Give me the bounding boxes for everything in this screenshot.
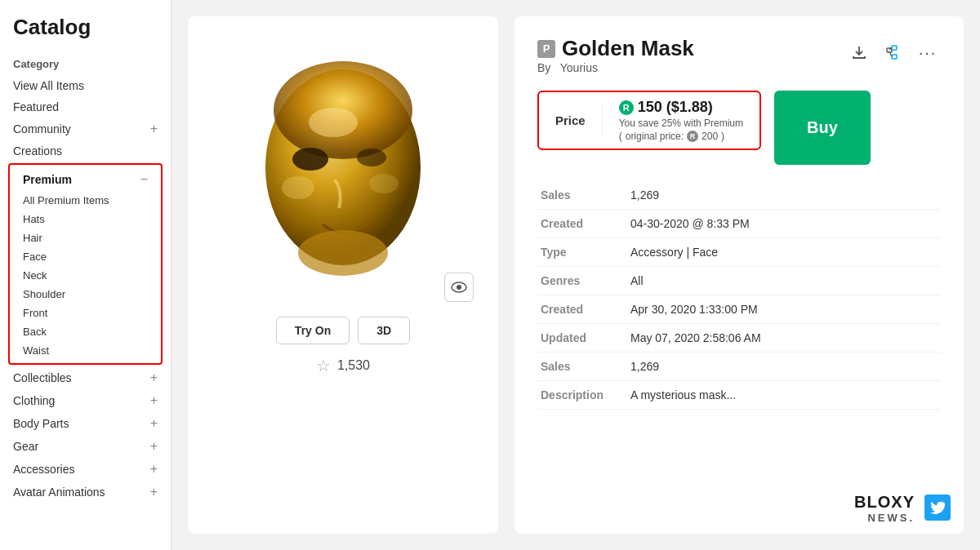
- sidebar-item-featured[interactable]: Featured: [0, 96, 171, 118]
- sidebar-item-gear[interactable]: Gear +: [0, 435, 171, 458]
- eye-icon: [451, 282, 467, 293]
- plus-icon: +: [150, 485, 158, 499]
- svg-point-5: [369, 174, 399, 193]
- detail-label: Sales: [537, 181, 627, 210]
- premium-badge: P: [537, 40, 555, 58]
- sidebar-item-community[interactable]: Community +: [0, 118, 171, 140]
- price-main: R 150 ($1.88): [619, 99, 743, 116]
- svg-point-3: [357, 149, 386, 166]
- share-icon: [884, 43, 902, 61]
- sidebar: Catalog Category View All Items Featured…: [0, 0, 172, 550]
- by-line: By Yourius: [537, 61, 694, 74]
- svg-point-4: [282, 176, 314, 199]
- download-icon: [850, 43, 868, 61]
- download-icon-button[interactable]: [846, 39, 872, 65]
- table-row: Sales1,269: [537, 353, 941, 381]
- sidebar-item-avatar-animations[interactable]: Avatar Animations +: [0, 481, 171, 503]
- table-row: GenresAll: [537, 267, 941, 295]
- view-icon-button[interactable]: [444, 273, 474, 302]
- detail-label: Type: [537, 238, 627, 267]
- rating-count: 1,530: [337, 358, 370, 373]
- svg-point-2: [292, 148, 328, 171]
- product-actions: Try On 3D: [276, 317, 410, 344]
- bloxy-branding: BLOXY NEWS.: [854, 493, 915, 524]
- bloxy-name: BLOXY: [854, 493, 915, 512]
- detail-value: 1,269: [627, 181, 941, 210]
- sidebar-item-accessories[interactable]: Accessories +: [0, 458, 171, 481]
- price-save-text: You save 25% with Premium: [619, 118, 743, 129]
- svg-rect-11: [892, 46, 897, 50]
- try-on-button[interactable]: Try On: [276, 317, 350, 344]
- detail-value: 04-30-2020 @ 8:33 PM: [627, 210, 941, 238]
- detail-value: All: [627, 267, 941, 295]
- sidebar-subitem-waist[interactable]: Waist: [10, 341, 161, 360]
- sidebar-subitem-hats[interactable]: Hats: [10, 210, 161, 228]
- svg-point-7: [309, 108, 358, 137]
- sidebar-item-body-parts[interactable]: Body Parts +: [0, 412, 171, 435]
- table-row: DescriptionA mysterious mask...: [537, 381, 941, 410]
- sidebar-subitem-back[interactable]: Back: [10, 322, 161, 341]
- sidebar-subitem-hair[interactable]: Hair: [10, 228, 161, 247]
- plus-icon: +: [150, 462, 158, 477]
- sidebar-subitem-front[interactable]: Front: [10, 304, 161, 322]
- premium-section: Premium − All Premium Items Hats Hair Fa…: [8, 163, 163, 365]
- plus-icon: +: [150, 416, 158, 431]
- detail-value: A mysterious mask...: [627, 381, 941, 410]
- table-row: TypeAccessory | Face: [537, 238, 941, 267]
- detail-label: Sales: [537, 353, 627, 381]
- sidebar-item-view-all[interactable]: View All Items: [0, 75, 171, 96]
- detail-value: Apr 30, 2020 1:33:00 PM: [627, 295, 941, 324]
- header-icons: ···: [846, 39, 941, 65]
- svg-point-9: [457, 285, 461, 290]
- buy-button[interactable]: Buy: [774, 91, 871, 165]
- detail-label: Created: [537, 210, 627, 238]
- plus-icon: +: [150, 370, 158, 385]
- share-icon-button[interactable]: [880, 39, 906, 65]
- svg-rect-12: [892, 55, 897, 59]
- price-value-area: R 150 ($1.88) You save 25% with Premium …: [603, 92, 760, 149]
- table-row: UpdatedMay 07, 2020 2:58:06 AM: [537, 324, 941, 353]
- price-label: Price: [539, 104, 603, 137]
- detail-label: Description: [537, 381, 627, 410]
- sidebar-subitem-shoulder[interactable]: Shoulder: [10, 285, 161, 304]
- app-title: Catalog: [0, 15, 171, 48]
- title-area: P Golden Mask By Yourius: [537, 36, 694, 87]
- details-table: Sales1,269Created04-30-2020 @ 8:33 PMTyp…: [537, 181, 941, 410]
- plus-icon: +: [150, 393, 158, 408]
- product-image-panel: Try On 3D ☆ 1,530: [188, 16, 498, 534]
- detail-label: Genres: [537, 267, 627, 295]
- main-content: Try On 3D ☆ 1,530 P Golden Mask By Youri…: [172, 0, 980, 550]
- sidebar-item-premium[interactable]: Premium −: [10, 168, 161, 191]
- product-image: [245, 53, 441, 290]
- star-icon: ☆: [316, 356, 331, 375]
- item-title: Golden Mask: [562, 36, 694, 61]
- more-options-button[interactable]: ···: [915, 39, 941, 65]
- minus-icon: −: [140, 172, 148, 187]
- detail-value: May 07, 2020 2:58:06 AM: [627, 324, 941, 353]
- svg-point-6: [298, 230, 388, 276]
- category-label: Category: [0, 48, 171, 75]
- price-original: ( original price: R 200 ): [619, 131, 743, 142]
- table-row: CreatedApr 30, 2020 1:33:00 PM: [537, 295, 941, 324]
- sidebar-subitem-neck[interactable]: Neck: [10, 266, 161, 285]
- sidebar-subitem-face[interactable]: Face: [10, 247, 161, 266]
- sidebar-item-creations[interactable]: Creations: [0, 140, 171, 162]
- detail-label: Updated: [537, 324, 627, 353]
- price-display: 150 ($1.88): [638, 99, 713, 116]
- product-info-panel: P Golden Mask By Yourius: [514, 16, 964, 534]
- sidebar-subitem-all-premium[interactable]: All Premium Items: [10, 191, 161, 210]
- detail-label: Created: [537, 295, 627, 324]
- twitter-badge[interactable]: [924, 495, 951, 521]
- product-image-area: [204, 33, 482, 310]
- bloxy-sub: NEWS.: [854, 512, 915, 524]
- detail-value: 1,269: [627, 353, 941, 381]
- three-d-button[interactable]: 3D: [358, 317, 410, 344]
- price-box: Price R 150 ($1.88) You save 25% with Pr…: [537, 91, 761, 150]
- title-row: P Golden Mask: [537, 36, 694, 61]
- sidebar-item-clothing[interactable]: Clothing +: [0, 389, 171, 412]
- plus-icon: +: [150, 122, 158, 136]
- creator-name: Yourius: [560, 61, 598, 74]
- sidebar-item-collectibles[interactable]: Collectibles +: [0, 366, 171, 389]
- twitter-icon: [930, 501, 945, 514]
- table-row: Created04-30-2020 @ 8:33 PM: [537, 210, 941, 238]
